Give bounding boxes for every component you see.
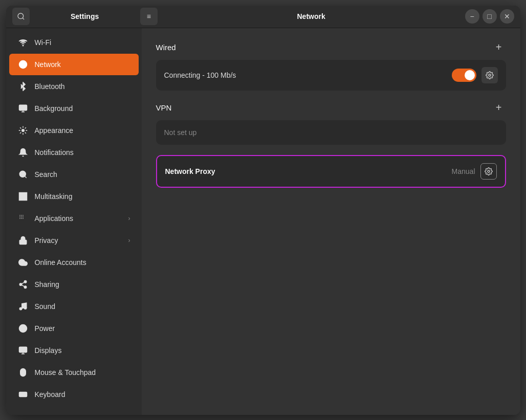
minimize-button[interactable]: − bbox=[465, 9, 479, 24]
wired-title: Wired bbox=[156, 43, 176, 52]
sidebar-item-multitasking[interactable]: Multitasking bbox=[9, 186, 139, 207]
svg-line-10 bbox=[25, 176, 26, 178]
sidebar-item-sound-label: Sound bbox=[35, 302, 130, 311]
sound-icon bbox=[17, 301, 29, 312]
svg-point-23 bbox=[23, 218, 24, 219]
sidebar-item-wifi-label: Wi-Fi bbox=[35, 38, 130, 47]
sidebar-item-notifications[interactable]: Notifications bbox=[9, 142, 139, 163]
svg-rect-11 bbox=[19, 192, 23, 196]
sidebar: Wi-Fi Network bbox=[6, 28, 142, 415]
proxy-row: Network Proxy Manual bbox=[157, 156, 505, 187]
svg-rect-13 bbox=[19, 196, 23, 200]
sidebar-item-search[interactable]: Search bbox=[9, 164, 139, 185]
svg-point-15 bbox=[19, 215, 20, 216]
sidebar-item-sharing[interactable]: Sharing bbox=[9, 274, 139, 295]
wired-gear-button[interactable] bbox=[481, 67, 498, 83]
sidebar-item-applications-label: Applications bbox=[35, 214, 128, 223]
sidebar-item-mouse-touchpad[interactable]: Mouse & Touchpad bbox=[9, 362, 139, 383]
vpn-add-button[interactable]: + bbox=[492, 101, 506, 115]
svg-point-17 bbox=[23, 215, 24, 216]
search-sidebar-icon bbox=[17, 169, 29, 180]
sidebar-item-keyboard[interactable]: Keyboard bbox=[9, 384, 139, 405]
settings-label: Settings bbox=[34, 12, 136, 20]
svg-rect-5 bbox=[19, 105, 27, 110]
vpn-title: VPN bbox=[156, 103, 172, 112]
sidebar-item-sharing-label: Sharing bbox=[35, 280, 130, 289]
proxy-section: Network Proxy Manual bbox=[156, 155, 506, 188]
sidebar-item-privacy[interactable]: Privacy › bbox=[9, 230, 139, 251]
privacy-icon bbox=[17, 235, 29, 246]
svg-rect-37 bbox=[20, 368, 26, 376]
svg-line-1 bbox=[23, 18, 24, 19]
sidebar-item-power[interactable]: Power bbox=[9, 318, 139, 339]
settings-window: Settings ≡ Network − □ ✕ bbox=[6, 6, 520, 415]
vpn-section-header: VPN + bbox=[156, 101, 506, 115]
bluetooth-icon bbox=[17, 81, 29, 92]
titlebar: Settings ≡ Network − □ ✕ bbox=[6, 6, 520, 28]
wired-connection-row: Connecting - 100 Mb/s bbox=[156, 60, 506, 91]
proxy-status: Manual bbox=[452, 167, 475, 175]
sidebar-item-sound[interactable]: Sound bbox=[9, 296, 139, 317]
page-title: Network bbox=[260, 12, 362, 20]
svg-point-0 bbox=[18, 13, 24, 19]
privacy-arrow: › bbox=[128, 237, 130, 244]
background-icon bbox=[17, 103, 29, 114]
search-button[interactable] bbox=[12, 8, 30, 25]
wifi-icon bbox=[17, 37, 29, 48]
wired-toggle[interactable] bbox=[452, 69, 476, 82]
main-content: Wi-Fi Network bbox=[6, 28, 520, 415]
multitasking-icon bbox=[17, 191, 29, 202]
svg-point-45 bbox=[489, 74, 491, 76]
svg-rect-34 bbox=[19, 347, 27, 352]
svg-rect-14 bbox=[23, 196, 27, 200]
svg-point-19 bbox=[21, 216, 22, 217]
proxy-card: Network Proxy Manual bbox=[156, 155, 506, 188]
svg-point-31 bbox=[24, 306, 27, 309]
sidebar-item-bluetooth[interactable]: Bluetooth bbox=[9, 76, 139, 97]
svg-point-27 bbox=[24, 286, 27, 289]
sidebar-item-multitasking-label: Multitasking bbox=[35, 192, 130, 201]
sidebar-item-keyboard-label: Keyboard bbox=[35, 390, 130, 399]
applications-icon bbox=[17, 213, 29, 224]
sidebar-item-background-label: Background bbox=[35, 104, 130, 113]
proxy-label: Network Proxy bbox=[165, 167, 452, 175]
maximize-button[interactable]: □ bbox=[483, 9, 497, 24]
sidebar-item-displays-label: Displays bbox=[35, 346, 130, 355]
power-icon bbox=[17, 323, 29, 334]
online-accounts-icon bbox=[17, 257, 29, 268]
svg-point-16 bbox=[21, 215, 22, 216]
sidebar-item-online-accounts-label: Online Accounts bbox=[35, 258, 130, 267]
sidebar-item-notifications-label: Notifications bbox=[35, 148, 130, 157]
svg-point-8 bbox=[21, 129, 24, 131]
svg-point-18 bbox=[19, 216, 20, 217]
sidebar-item-displays[interactable]: Displays bbox=[9, 340, 139, 361]
vpn-card: Not set up bbox=[156, 120, 506, 145]
svg-point-25 bbox=[24, 280, 27, 283]
svg-rect-39 bbox=[19, 392, 27, 396]
window-controls: − □ ✕ bbox=[465, 9, 514, 24]
wired-card: Connecting - 100 Mb/s bbox=[156, 60, 506, 91]
svg-rect-12 bbox=[23, 192, 27, 196]
sidebar-item-applications[interactable]: Applications › bbox=[9, 208, 139, 229]
proxy-gear-button[interactable] bbox=[480, 163, 497, 180]
sidebar-item-privacy-label: Privacy bbox=[35, 236, 128, 245]
sidebar-item-network-label: Network bbox=[35, 60, 130, 69]
svg-point-30 bbox=[19, 307, 22, 310]
svg-line-28 bbox=[21, 285, 24, 286]
close-button[interactable]: ✕ bbox=[500, 9, 514, 24]
svg-line-29 bbox=[21, 282, 24, 283]
sidebar-item-online-accounts[interactable]: Online Accounts bbox=[9, 252, 139, 273]
applications-arrow: › bbox=[128, 215, 130, 222]
svg-rect-24 bbox=[19, 240, 27, 244]
svg-point-46 bbox=[488, 170, 490, 172]
sidebar-item-wifi[interactable]: Wi-Fi bbox=[9, 32, 139, 53]
sidebar-item-background[interactable]: Background bbox=[9, 98, 139, 119]
sidebar-item-power-label: Power bbox=[35, 324, 130, 333]
menu-button[interactable]: ≡ bbox=[140, 8, 158, 25]
displays-icon bbox=[17, 345, 29, 356]
wired-add-button[interactable]: + bbox=[492, 40, 506, 55]
sidebar-item-appearance[interactable]: Appearance bbox=[9, 120, 139, 141]
wired-section-header: Wired + bbox=[156, 40, 506, 55]
svg-point-21 bbox=[19, 218, 20, 219]
sidebar-item-network[interactable]: Network bbox=[9, 54, 139, 75]
